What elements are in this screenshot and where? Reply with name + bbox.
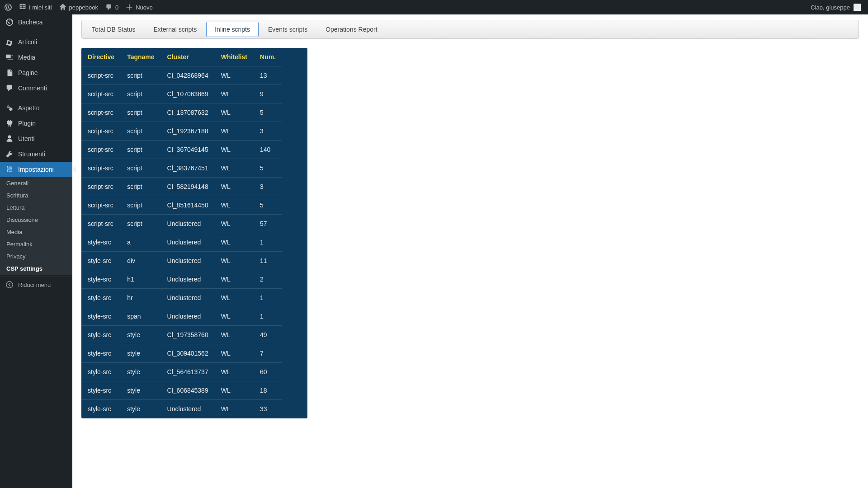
inline-scripts-table: Directive Tagname Cluster Whitelist Num.…	[81, 48, 307, 418]
table-row[interactable]: script-srcscriptCl_107063869WL9	[81, 85, 282, 103]
submenu-permalinks[interactable]: Permalink	[0, 238, 72, 250]
table-cell: WL	[215, 233, 254, 252]
admin-bar-right[interactable]: Ciao, giuseppe	[811, 4, 863, 11]
tab-inline-scripts[interactable]: Inline scripts	[206, 22, 259, 37]
table-cell: script-src	[81, 215, 121, 233]
table-cell: WL	[215, 252, 254, 270]
tab-total-db-status[interactable]: Total DB Status	[83, 22, 144, 37]
table-row[interactable]: style-srcstyleCl_309401562WL7	[81, 344, 282, 363]
table-cell: script	[121, 85, 160, 103]
table-cell: 11	[254, 252, 282, 270]
admin-comments-icon	[105, 4, 113, 11]
site-name[interactable]: peppebook	[59, 0, 98, 14]
admin-users-icon	[5, 135, 14, 143]
admin-sidebar: Bacheca Articoli Media Pagine Commenti A…	[0, 14, 72, 488]
submenu-discussion[interactable]: Discussione	[0, 214, 72, 226]
table-row[interactable]: style-srcstyleCl_564613737WL60	[81, 363, 282, 381]
table-cell: Unclustered	[161, 233, 215, 252]
table-cell: script-src	[81, 103, 121, 122]
table-cell: script-src	[81, 159, 121, 178]
submenu-reading[interactable]: Lettura	[0, 202, 72, 214]
submenu-csp-settings[interactable]: CSP settings	[0, 263, 72, 275]
table-cell: script-src	[81, 196, 121, 215]
comments-notif[interactable]: 0	[105, 0, 118, 14]
table-row[interactable]: style-srcaUnclusteredWL1	[81, 233, 282, 252]
col-cluster[interactable]: Cluster	[161, 48, 215, 66]
table-row[interactable]: style-srchrUnclusteredWL1	[81, 289, 282, 307]
table-row[interactable]: style-srch1UnclusteredWL2	[81, 270, 282, 289]
table-cell: Cl_564613737	[161, 363, 215, 381]
table-cell: WL	[215, 196, 254, 215]
wp-logo[interactable]	[5, 0, 12, 14]
table-row[interactable]: script-srcscriptUnclusteredWL57	[81, 215, 282, 233]
admin-plugins-icon	[5, 119, 14, 127]
menu-users[interactable]: Utenti	[0, 131, 72, 146]
table-cell: WL	[215, 85, 254, 103]
menu-media[interactable]: Media	[0, 50, 72, 65]
table-cell: script	[121, 103, 160, 122]
col-tagname[interactable]: Tagname	[121, 48, 160, 66]
table-cell: Unclustered	[161, 289, 215, 307]
submenu-privacy[interactable]: Privacy	[0, 250, 72, 263]
table-row[interactable]: style-srcstyleCl_197358760WL49	[81, 326, 282, 344]
table-row[interactable]: style-srcspanUnclusteredWL1	[81, 307, 282, 326]
table-row[interactable]: script-srcscriptCl_582194148WL3	[81, 178, 282, 196]
table-cell: 13	[254, 66, 282, 85]
admin-multisite-icon	[19, 4, 26, 11]
table-cell: style	[121, 381, 160, 400]
table-cell: Cl_192367188	[161, 122, 215, 141]
table-cell: style-src	[81, 289, 121, 307]
menu-settings[interactable]: Impostazioni	[0, 162, 72, 177]
tab-external-scripts[interactable]: External scripts	[145, 22, 206, 37]
collapse-menu[interactable]: Riduci menu	[0, 277, 72, 292]
table-cell: style-src	[81, 381, 121, 400]
table-row[interactable]: script-srcscriptCl_192367188WL3	[81, 122, 282, 141]
content-area: Total DB Status External scripts Inline …	[72, 14, 868, 488]
table-cell: script	[121, 122, 160, 141]
submenu-writing[interactable]: Scrittura	[0, 189, 72, 202]
my-sites[interactable]: I miei siti	[19, 0, 52, 14]
table-cell: span	[121, 307, 160, 326]
table-row[interactable]: style-srcdivUnclusteredWL11	[81, 252, 282, 270]
collapse-label: Riduci menu	[18, 282, 51, 288]
menu-pages[interactable]: Pagine	[0, 65, 72, 80]
table-cell: Cl_107063869	[161, 85, 215, 103]
table-cell: 2	[254, 270, 282, 289]
table-row[interactable]: script-srcscriptCl_137087632WL5	[81, 103, 282, 122]
table-row[interactable]: script-srcscriptCl_042868964WL13	[81, 66, 282, 85]
submenu-general[interactable]: Generali	[0, 177, 72, 189]
table-cell: style	[121, 363, 160, 381]
menu-comments[interactable]: Commenti	[0, 80, 72, 96]
table-cell: Cl_042868964	[161, 66, 215, 85]
table-cell: Unclustered	[161, 307, 215, 326]
table-row[interactable]: script-srcscriptCl_383767451WL5	[81, 159, 282, 178]
table-cell: WL	[215, 141, 254, 159]
menu-plugins[interactable]: Plugin	[0, 116, 72, 131]
table-cell: Unclustered	[161, 270, 215, 289]
table-row[interactable]: script-srcscriptCl_851614450WL5	[81, 196, 282, 215]
col-num[interactable]: Num.	[254, 48, 282, 66]
table-row[interactable]: script-srcscriptCl_367049145WL140	[81, 141, 282, 159]
tab-events-scripts[interactable]: Events scripts	[259, 22, 316, 37]
table-cell: style-src	[81, 400, 121, 418]
table-cell: 60	[254, 363, 282, 381]
table-cell: style	[121, 400, 160, 418]
col-directive[interactable]: Directive	[81, 48, 121, 66]
table-cell: 3	[254, 122, 282, 141]
table-row[interactable]: style-srcstyleUnclusteredWL33	[81, 400, 282, 418]
table-cell: WL	[215, 103, 254, 122]
table-cell: style	[121, 326, 160, 344]
table-cell: 1	[254, 307, 282, 326]
submenu-media[interactable]: Media	[0, 226, 72, 238]
menu-dashboard[interactable]: Bacheca	[0, 14, 72, 30]
menu-appearance[interactable]: Aspetto	[0, 100, 72, 116]
dashboard-icon	[5, 18, 14, 26]
new-content[interactable]: Nuovo	[126, 0, 153, 14]
menu-tools[interactable]: Strumenti	[0, 146, 72, 162]
col-whitelist[interactable]: Whitelist	[215, 48, 254, 66]
comments-count: 0	[115, 4, 118, 11]
tab-operations-report[interactable]: Operations Report	[317, 22, 386, 37]
table-row[interactable]: style-srcstyleCl_606845389WL18	[81, 381, 282, 400]
menu-posts[interactable]: Articoli	[0, 34, 72, 50]
plus-icon	[126, 4, 133, 11]
